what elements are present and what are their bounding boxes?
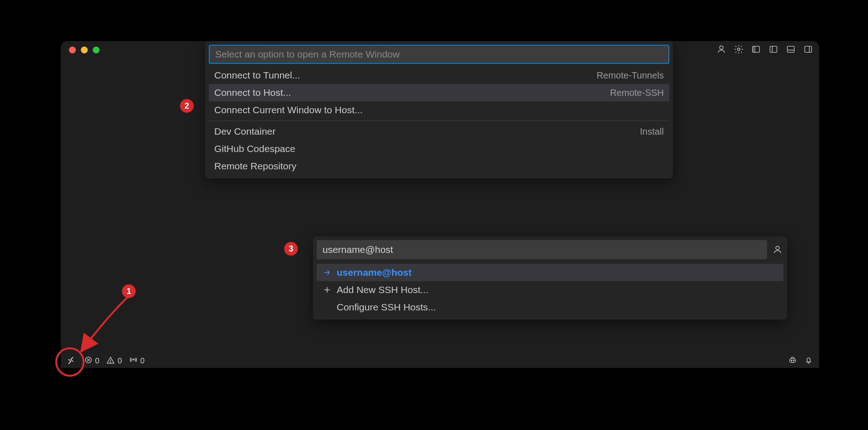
problems-warnings[interactable]: 0 [106,356,122,367]
option-github-codespace[interactable]: GitHub Codespace [209,140,669,157]
layout-panel-bottom-icon[interactable] [785,44,796,55]
svg-point-0 [720,46,723,49]
problems-errors[interactable]: 0 [85,356,99,366]
ssh-host-input[interactable] [317,240,767,259]
option-label: Remote Repository [214,161,296,172]
traffic-lights [69,47,100,53]
copilot-icon[interactable] [788,356,797,367]
svg-point-21 [793,360,794,361]
option-dev-container[interactable]: Dev Container Install [209,123,669,140]
svg-rect-8 [805,46,812,52]
ssh-host-quickpick: username@host Add New SSH Host... Config… [313,236,787,320]
option-remote-repository[interactable]: Remote Repository [209,157,669,175]
svg-rect-6 [788,46,794,52]
ssh-add-new-host[interactable]: Add New SSH Host... [317,281,783,299]
statusbar: 0 0 0 [61,354,819,368]
svg-rect-19 [789,358,795,362]
error-count: 0 [95,357,99,366]
remote-window-quickpick: Connect to Tunnel... Remote-Tunnels Conn… [205,41,673,178]
option-detail: Install [640,126,664,137]
option-detail: Remote-SSH [610,88,664,98]
warning-triangle-icon [106,356,115,367]
vscode-window: Connect to Tunnel... Remote-Tunnels Conn… [61,41,819,368]
layout-primary-icon[interactable] [751,44,762,55]
svg-point-18 [133,359,134,360]
option-label: GitHub Codespace [214,143,295,154]
option-label: Dev Container [214,126,275,137]
option-label: Connect Current Window to Host... [214,105,362,115]
option-label: Connect to Tunnel... [214,70,300,81]
ssh-configure-label: Configure SSH Hosts... [337,302,436,313]
svg-point-1 [737,48,740,51]
remote-window-search-input[interactable] [209,45,669,64]
ssh-host-entry[interactable]: username@host [317,264,783,281]
titlebar-right-icons [716,44,814,55]
option-connect-to-tunnel[interactable]: Connect to Tunnel... Remote-Tunnels [209,67,669,84]
option-label: Connect to Host... [214,87,291,98]
option-connect-to-host[interactable]: Connect to Host... Remote-SSH [209,84,669,101]
ssh-host-label: username@host [337,267,412,278]
account-icon[interactable] [716,44,727,55]
account-icon[interactable] [772,245,783,255]
remote-window-option-list: Connect to Tunnel... Remote-Tunnels Conn… [209,67,669,175]
bell-icon[interactable] [804,356,813,367]
separator [209,121,669,121]
window-close-dot[interactable] [69,47,76,53]
window-minimize-dot[interactable] [81,47,88,53]
ssh-host-option-list: username@host Add New SSH Host... Config… [317,264,783,316]
radio-tower-icon [129,356,138,367]
svg-point-10 [776,246,779,250]
option-detail: Remote-Tunnels [597,70,664,81]
window-zoom-dot[interactable] [93,47,100,53]
svg-point-17 [111,362,111,362]
svg-rect-4 [770,46,777,52]
remote-indicator-button[interactable] [61,354,81,368]
arrow-right-icon [322,268,332,277]
option-connect-current-window[interactable]: Connect Current Window to Host... [209,101,669,119]
ssh-configure-hosts[interactable]: Configure SSH Hosts... [317,299,783,316]
plus-icon [322,286,332,294]
gear-icon[interactable] [733,44,744,55]
layout-panel-left-icon[interactable] [768,44,779,55]
error-circle-icon [85,356,92,366]
ssh-add-label: Add New SSH Host... [337,284,429,295]
layout-panel-right-icon[interactable] [803,44,814,55]
svg-point-20 [791,360,792,361]
ports-count: 0 [140,357,144,366]
svg-rect-3 [753,46,756,52]
warning-count: 0 [117,357,122,366]
ports-forwarded[interactable]: 0 [129,356,144,367]
